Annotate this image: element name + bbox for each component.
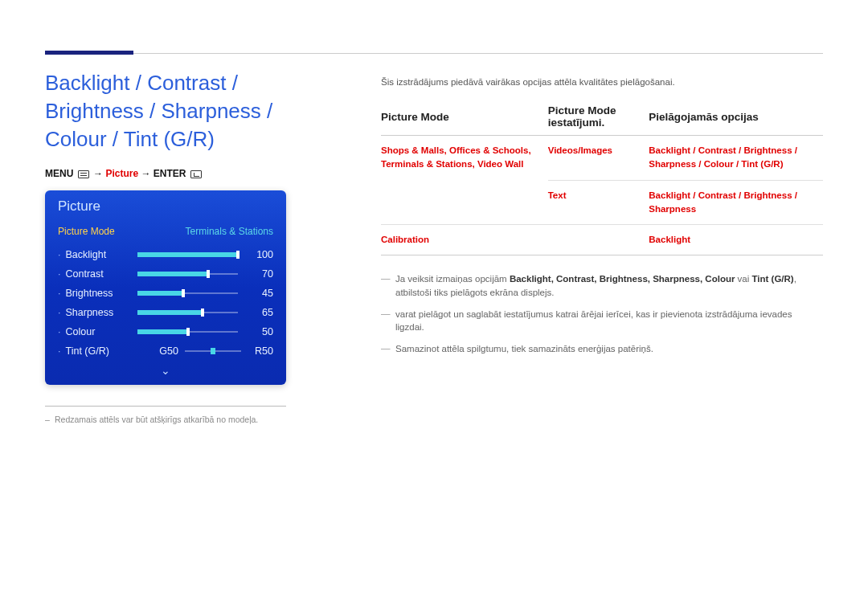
cell-adjustable-1: Backlight / Contrast / Brightness / Shar…	[649, 136, 823, 181]
backlight-slider[interactable]	[137, 251, 238, 258]
cell-calibration: Calibration	[381, 225, 548, 255]
colour-slider[interactable]	[137, 329, 238, 335]
brightness-slider[interactable]	[137, 290, 238, 296]
menu-path: MENU → Picture → ENTER	[45, 168, 325, 179]
th-picture-mode: Picture Mode	[381, 104, 548, 136]
page-title: Backlight / Contrast / Brightness / Shar…	[45, 69, 325, 153]
tint-slider[interactable]	[185, 348, 241, 354]
backlight-row[interactable]: ·Backlight100	[45, 245, 286, 264]
options-table: Picture Mode Picture Mode iestatījumi. P…	[381, 104, 823, 255]
tint-row[interactable]: · Tint (G/R) G50 R50	[45, 341, 286, 361]
contrast-row[interactable]: ·Contrast70	[45, 264, 286, 284]
menu-icon	[78, 170, 89, 178]
cell-videos-images: Videos/Images	[548, 136, 649, 181]
picture-mode-value[interactable]: Terminals & Stations	[186, 226, 273, 237]
cell-adjustable-2: Backlight / Contrast / Brightness / Shar…	[649, 180, 823, 225]
image-disclaimer: Redzamais attēls var būt atšķirīgs atkar…	[45, 415, 325, 424]
th-settings: Picture Mode iestatījumi.	[548, 104, 649, 136]
osd-header: Picture	[45, 190, 286, 221]
sharpness-slider[interactable]	[137, 309, 238, 316]
brightness-row[interactable]: ·Brightness45	[45, 284, 286, 303]
sharpness-row[interactable]: ·Sharpness65	[45, 303, 286, 322]
cell-modes-group: Shops & Malls, Offices & Schools, Termin…	[381, 136, 548, 225]
contrast-slider[interactable]	[137, 271, 238, 277]
picture-mode-label: Picture Mode	[58, 226, 115, 237]
intro-text: Šis izstrādājums piedāvā vairākas opcija…	[381, 77, 823, 87]
enter-icon	[190, 170, 202, 178]
chevron-down-icon[interactable]: ⌄	[45, 361, 286, 385]
cell-adjustable-3: Backlight	[649, 225, 823, 255]
cell-text: Text	[548, 180, 649, 225]
picture-osd-panel: Picture Picture Mode Terminals & Station…	[45, 190, 286, 385]
th-adjustable: Pielāgojamās opcijas	[649, 104, 823, 136]
colour-row[interactable]: ·Colour50	[45, 322, 286, 341]
notes-list: Ja veiksit izmaiņas opcijām Backlight, C…	[381, 268, 823, 359]
